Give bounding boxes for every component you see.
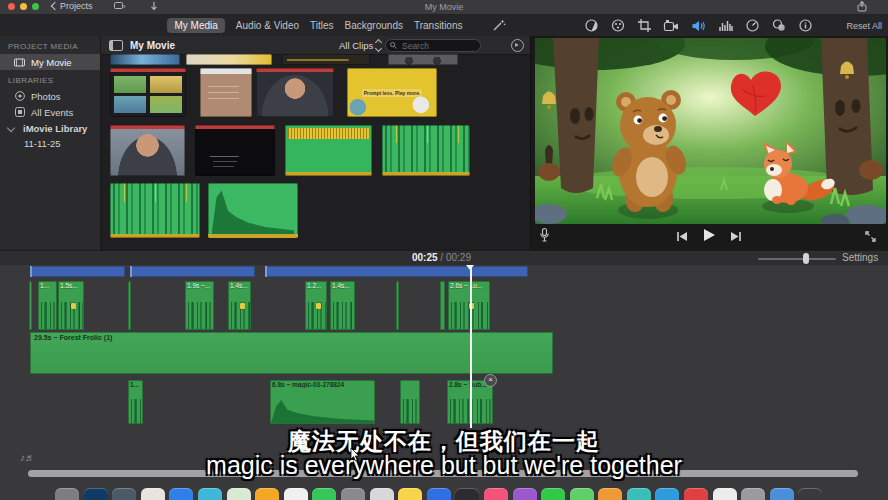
dock-app-icon[interactable]: [141, 488, 165, 500]
timeline-clip[interactable]: [440, 281, 445, 330]
thumb-presenter[interactable]: [256, 68, 334, 117]
enhance-wand-icon[interactable]: [492, 18, 506, 36]
sidebar-item-photos[interactable]: Photos: [0, 88, 100, 104]
thumb-document[interactable]: [200, 68, 252, 117]
crop-icon[interactable]: [638, 19, 651, 32]
dock-app-icon[interactable]: [770, 488, 794, 500]
timeline-clip[interactable]: 6.8s ~ magic-03-278824: [270, 380, 375, 424]
timeline-clip[interactable]: 1.5s...: [58, 281, 84, 330]
thumb-audio-yellow-top[interactable]: [285, 125, 372, 176]
sidebar-item-all-events[interactable]: All Events: [0, 104, 100, 120]
stabilization-camera-icon[interactable]: [664, 20, 679, 32]
skip-forward-button[interactable]: [730, 228, 742, 246]
sidebar-item-date[interactable]: 11-11-25: [0, 136, 100, 151]
dock-app-icon[interactable]: [312, 488, 336, 500]
timeline-title-bar[interactable]: [265, 266, 528, 277]
timeline-title-bar[interactable]: [130, 266, 255, 277]
dock-app-icon[interactable]: [598, 488, 622, 500]
continuous-playback-icon[interactable]: [511, 39, 524, 52]
dock-app-icon[interactable]: [284, 488, 308, 500]
dock-app-icon[interactable]: [570, 488, 594, 500]
dock-app-icon[interactable]: [398, 488, 422, 500]
color-correction-icon[interactable]: [611, 19, 625, 32]
color-balance-icon[interactable]: [585, 19, 598, 32]
tab-audio-video[interactable]: Audio & Video: [236, 20, 299, 31]
thumb-audio-spiky[interactable]: [382, 125, 470, 176]
search-field[interactable]: [385, 39, 481, 52]
timeline-clip[interactable]: 1...: [38, 281, 57, 330]
speed-icon[interactable]: [746, 19, 759, 32]
timeline-clip[interactable]: 2.6s ~ Lu...: [448, 281, 490, 330]
thumb-audio-spiky-2[interactable]: [110, 183, 200, 238]
dock-app-icon[interactable]: [427, 488, 451, 500]
dock-app-icon[interactable]: [341, 488, 365, 500]
thumb-video-gray[interactable]: [388, 54, 458, 65]
dock-app-icon[interactable]: [713, 488, 737, 500]
back-to-projects-button[interactable]: Projects: [52, 1, 93, 11]
share-icon[interactable]: [857, 1, 867, 14]
sidebar-item-my-movie[interactable]: My Movie: [0, 54, 100, 70]
dock-app-icon[interactable]: [798, 488, 822, 500]
timeline-clip[interactable]: 1.4s...: [330, 281, 355, 330]
effects-icon[interactable]: [772, 19, 786, 32]
timeline-clip[interactable]: 1.2...: [305, 281, 327, 330]
timeline-clip[interactable]: 1...: [128, 380, 143, 424]
noise-reduction-icon[interactable]: [719, 20, 733, 32]
sidebar-toggle-icon[interactable]: [109, 40, 123, 51]
tab-transitions[interactable]: Transitions: [414, 20, 463, 31]
dock-app-icon[interactable]: [112, 488, 136, 500]
timeline-playhead[interactable]: [470, 265, 472, 428]
dock-app-icon[interactable]: [84, 488, 108, 500]
sidebar-item-imovie-library[interactable]: iMovie Library: [0, 120, 100, 136]
timeline-zoom-thumb[interactable]: [803, 253, 809, 264]
dock-app-icon[interactable]: [684, 488, 708, 500]
thumb-video-blue[interactable]: [110, 54, 180, 65]
thumb-yellow-promo[interactable]: Prompt less. Play more.: [347, 68, 437, 117]
thumb-presenter-2[interactable]: [110, 125, 185, 176]
preview-frame[interactable]: [535, 38, 886, 224]
dock-app-icon[interactable]: [255, 488, 279, 500]
dock-app-icon[interactable]: [370, 488, 394, 500]
timeline-clip[interactable]: [29, 281, 32, 330]
thumb-video-dark[interactable]: [282, 54, 370, 65]
dock-app-icon[interactable]: [455, 488, 479, 500]
tab-titles[interactable]: Titles: [310, 20, 334, 31]
timeline-clip[interactable]: 1.4s...: [228, 281, 251, 330]
timeline-title-bar[interactable]: [30, 266, 125, 277]
timeline-clip[interactable]: 1.9s ~...: [185, 281, 214, 330]
timeline-settings-button[interactable]: Settings: [842, 252, 878, 263]
dock-app-icon[interactable]: [55, 488, 79, 500]
fullscreen-icon[interactable]: [865, 228, 876, 246]
dock-app-icon[interactable]: [513, 488, 537, 500]
skip-back-button[interactable]: [676, 228, 688, 246]
dock-app-icon[interactable]: [198, 488, 222, 500]
volume-icon[interactable]: [692, 20, 706, 32]
thumb-video-cream[interactable]: [186, 54, 272, 65]
timeline-zoom-slider[interactable]: [758, 258, 836, 260]
disclosure-chevron-icon[interactable]: [7, 124, 15, 132]
timeline-clip[interactable]: [396, 281, 399, 330]
dock-app-icon[interactable]: [484, 488, 508, 500]
timeline-clip[interactable]: [400, 380, 420, 424]
tab-my-media[interactable]: My Media: [167, 18, 224, 33]
play-button[interactable]: [702, 228, 716, 246]
import-arrow-icon[interactable]: [150, 2, 158, 14]
dock-app-icon[interactable]: [655, 488, 679, 500]
reset-all-button[interactable]: Reset All: [846, 21, 882, 31]
thumb-audio-decay[interactable]: [208, 183, 298, 238]
clip-filter-dropdown[interactable]: All Clips: [339, 40, 381, 51]
search-input[interactable]: [400, 40, 468, 52]
tab-backgrounds[interactable]: Backgrounds: [345, 20, 403, 31]
dock-app-icon[interactable]: [741, 488, 765, 500]
dock-app-icon[interactable]: [627, 488, 651, 500]
thumb-terminal[interactable]: [195, 125, 275, 176]
dock-app-icon[interactable]: [227, 488, 251, 500]
dock-app-icon[interactable]: [169, 488, 193, 500]
thumb-storyboard-grid[interactable]: [110, 68, 186, 117]
media-organizer-icon[interactable]: [114, 2, 125, 13]
timeline-clip[interactable]: [128, 281, 131, 330]
info-icon[interactable]: [799, 19, 812, 32]
timeline-main-audio-clip[interactable]: 29.5s ~ Forest Frolic (1): [30, 332, 553, 374]
dock-app-icon[interactable]: [541, 488, 565, 500]
close-badge-icon[interactable]: ×: [484, 374, 497, 387]
